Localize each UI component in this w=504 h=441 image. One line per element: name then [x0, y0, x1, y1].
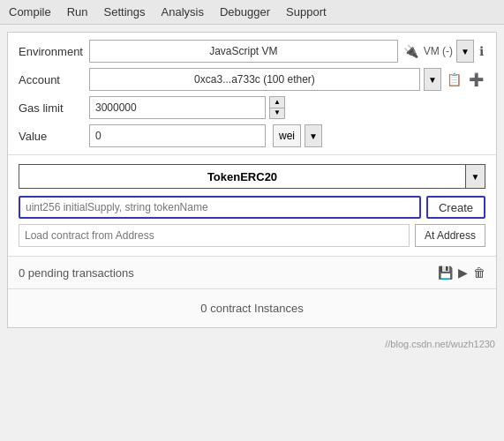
environment-label: Environment: [19, 45, 89, 58]
gas-limit-control: ▲ ▼: [89, 96, 485, 119]
value-input[interactable]: [89, 124, 266, 147]
gas-limit-spinner: ▲ ▼: [269, 96, 285, 119]
pending-section: 0 pending transactions 💾 ▶ 🗑: [8, 257, 496, 289]
instances-section: 0 contract Instances: [8, 289, 496, 327]
create-row: Create: [19, 196, 485, 219]
account-dropdown[interactable]: ▼: [424, 68, 441, 91]
form-section: Environment 🔌 VM (-) ▼ ℹ Account ▼ 📋 ➕ G…: [8, 33, 496, 155]
vm-label: VM (-): [424, 45, 453, 57]
add-account-icon[interactable]: ➕: [467, 72, 485, 86]
account-label: Account: [19, 73, 89, 86]
gas-limit-input[interactable]: [89, 96, 266, 119]
menu-debugger[interactable]: Debugger: [220, 5, 270, 19]
wei-label: wei: [273, 124, 301, 147]
address-row: At Address: [19, 224, 485, 247]
menu-analysis[interactable]: Analysis: [162, 5, 204, 19]
account-row: Account ▼ 📋 ➕: [19, 68, 485, 91]
info-icon[interactable]: ℹ: [478, 44, 485, 58]
menu-support[interactable]: Support: [286, 5, 327, 19]
contract-dropdown-row: ▼: [19, 164, 485, 189]
menu-compile[interactable]: Compile: [9, 5, 51, 19]
environment-input[interactable]: [89, 40, 398, 63]
account-control: ▼ 📋 ➕: [89, 68, 485, 91]
save-pending-icon[interactable]: 💾: [438, 265, 453, 280]
gas-limit-row: Gas limit ▲ ▼: [19, 96, 485, 119]
wei-dropdown[interactable]: ▼: [305, 124, 322, 147]
contract-dropdown-arrow[interactable]: ▼: [466, 164, 485, 189]
environment-control: 🔌 VM (-) ▼ ℹ: [89, 40, 485, 63]
gas-limit-label: Gas limit: [19, 101, 89, 115]
instances-text: 0 contract Instances: [200, 302, 303, 315]
pending-icons: 💾 ▶ 🗑: [438, 265, 485, 280]
gas-limit-up[interactable]: ▲: [270, 97, 284, 108]
play-pending-icon[interactable]: ▶: [458, 265, 468, 280]
account-input[interactable]: [89, 68, 420, 91]
value-label: Value: [19, 130, 89, 143]
contract-section: ▼ Create At Address: [8, 155, 496, 257]
menu-run[interactable]: Run: [67, 5, 88, 19]
contract-name-input[interactable]: [19, 164, 466, 189]
at-address-button[interactable]: At Address: [415, 224, 485, 247]
menu-settings[interactable]: Settings: [104, 5, 146, 19]
pending-text: 0 pending transactions: [19, 266, 134, 280]
params-input[interactable]: [19, 196, 421, 219]
watermark: //blog.csdn.net/wuzh1230: [0, 335, 504, 353]
create-button[interactable]: Create: [426, 196, 485, 219]
environment-dropdown[interactable]: ▼: [456, 40, 474, 63]
copy-icon[interactable]: 📋: [445, 72, 463, 86]
environment-row: Environment 🔌 VM (-) ▼ ℹ: [19, 40, 485, 63]
vm-icon[interactable]: 🔌: [402, 44, 420, 58]
main-panel: Environment 🔌 VM (-) ▼ ℹ Account ▼ 📋 ➕ G…: [7, 32, 497, 328]
value-row: Value wei ▼: [19, 124, 485, 147]
menu-bar: Compile Run Settings Analysis Debugger S…: [0, 0, 504, 25]
gas-limit-down[interactable]: ▼: [270, 108, 284, 119]
delete-pending-icon[interactable]: 🗑: [473, 265, 485, 280]
address-input[interactable]: [19, 224, 410, 247]
value-control: wei ▼: [89, 124, 485, 147]
